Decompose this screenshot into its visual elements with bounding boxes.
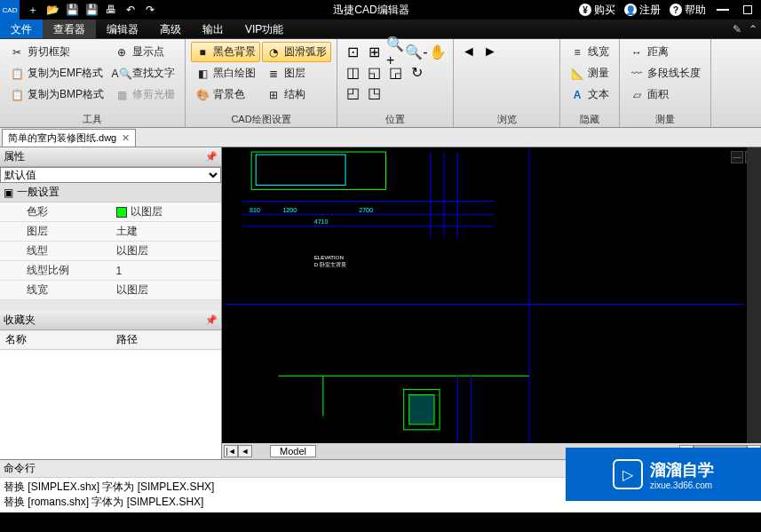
nav2-icon[interactable]: ◱ — [364, 62, 384, 82]
distance-icon: ↔ — [630, 45, 644, 60]
tab-editor[interactable]: 编辑器 — [96, 20, 149, 38]
emf-icon: 📋 — [10, 67, 24, 81]
show-point-button[interactable]: ⊕显示点 — [110, 42, 179, 62]
layers-button[interactable]: ≣图层 — [262, 63, 331, 83]
document-tab[interactable]: 简单的室内装修图纸.dwg ✕ — [2, 129, 136, 147]
favorites-list[interactable] — [0, 350, 221, 459]
ribbon-tabs: 文件 查看器 编辑器 高级 输出 VIP功能 ✎ ⌃ — [0, 20, 761, 39]
nav6-icon[interactable]: ◳ — [364, 83, 384, 102]
tab-viewer[interactable]: 查看器 — [43, 20, 96, 38]
nav5-icon[interactable]: ◰ — [343, 83, 362, 102]
measure-button[interactable]: 📐测量 — [566, 63, 614, 83]
user-icon: 👤 — [624, 4, 637, 16]
title-bar: CAD ＋ 📂 💾 💾 🖶 ↶ ↷ 迅捷CAD编辑器 ¥ 购买 👤 注册 ? 帮… — [0, 0, 761, 20]
zoom-extents-icon[interactable]: ⊞ — [364, 42, 384, 61]
window-title: 迅捷CAD编辑器 — [163, 3, 579, 18]
pin-icon[interactable]: 📌 — [205, 151, 218, 163]
clip-frame-button[interactable]: ✂剪切框架 — [5, 42, 108, 62]
col-path[interactable]: 路径 — [111, 330, 143, 349]
maximize-button[interactable] — [740, 2, 756, 18]
model-tab[interactable]: Model — [270, 445, 316, 457]
svg-text:810: 810 — [250, 207, 260, 213]
arc-icon: ◔ — [266, 45, 281, 60]
category-general[interactable]: ▣一般设置 — [0, 183, 221, 202]
prop-row-linewidth[interactable]: 线宽以图层 — [0, 281, 221, 300]
ribbon-group-tools: ✂剪切框架 📋复制为EMF格式 📋复制为BMP格式 ⊕显示点 A🔍查找文字 ▦修… — [0, 39, 186, 127]
prop-row-color[interactable]: 色彩以图层 — [0, 202, 221, 222]
tab-prev-icon[interactable]: ◄ — [238, 445, 252, 457]
find-text-button[interactable]: A🔍查找文字 — [110, 63, 179, 83]
buy-button[interactable]: ¥ 购买 — [579, 3, 615, 18]
question-icon: ? — [670, 4, 682, 16]
copy-bmp-button[interactable]: 📋复制为BMP格式 — [5, 84, 108, 105]
group-label: 浏览 — [459, 111, 554, 126]
grid-icon: ▦ — [115, 88, 129, 102]
distance-button[interactable]: ↔距离 — [625, 42, 705, 62]
zoom-out-icon[interactable]: 🔍- — [407, 42, 426, 61]
pan-icon[interactable]: ✋ — [428, 42, 448, 61]
cad-drawing[interactable]: 810 1200 2700 4710 ELEVATION D 卧室主背景 — [222, 147, 747, 443]
help-button[interactable]: ? 帮助 — [670, 3, 706, 18]
browse-next-icon[interactable]: ► — [480, 42, 500, 61]
watermark-badge: ▷ 溜溜自学 zixue.3d66.com — [566, 448, 761, 501]
save-icon[interactable]: 💾 — [64, 2, 80, 18]
prop-row-linescale[interactable]: 线型比例1 — [0, 261, 221, 281]
pin-icon[interactable]: 📌 — [205, 314, 218, 326]
tab-output[interactable]: 输出 — [192, 20, 234, 38]
col-name[interactable]: 名称 — [0, 330, 111, 349]
area-button[interactable]: ▱面积 — [625, 84, 705, 105]
pencil-icon[interactable]: ✎ — [729, 20, 745, 38]
structure-button[interactable]: ⊞结构 — [262, 84, 331, 105]
document-name: 简单的室内装修图纸.dwg — [8, 131, 116, 145]
collapse-ribbon-icon[interactable]: ⌃ — [745, 20, 761, 38]
nav3-icon[interactable]: ◲ — [385, 62, 405, 82]
register-button[interactable]: 👤 注册 — [624, 3, 661, 18]
tab-vip[interactable]: VIP功能 — [234, 20, 294, 38]
ribbon-group-cad: ■黑色背景 ◧黑白绘图 🎨背景色 ◔圆滑弧形 ≣图层 ⊞结构 CAD绘图设置 — [186, 39, 337, 127]
svg-rect-18 — [409, 395, 434, 425]
new-icon[interactable]: ＋ — [25, 2, 41, 18]
text-button[interactable]: A文本 — [566, 84, 614, 105]
print-icon[interactable]: 🖶 — [103, 2, 119, 18]
point-icon: ⊕ — [115, 45, 129, 60]
vertical-scrollbar[interactable] — [747, 147, 761, 443]
zoom-in-icon[interactable]: 🔍+ — [385, 42, 405, 61]
black-bg-button[interactable]: ■黑色背景 — [191, 42, 260, 62]
svg-text:1200: 1200 — [282, 207, 297, 213]
prop-row-layer[interactable]: 图层土建 — [0, 222, 221, 242]
app-logo-icon: CAD — [0, 0, 20, 20]
bg-color-button[interactable]: 🎨背景色 — [191, 84, 260, 105]
group-label: 工具 — [5, 111, 179, 126]
save-all-icon[interactable]: 💾 — [83, 2, 99, 18]
redo-icon[interactable]: ↷ — [142, 2, 158, 18]
text-icon: A — [570, 88, 584, 102]
drawing-canvas[interactable]: — □ 810 1200 2700 4 — [222, 147, 761, 459]
open-icon[interactable]: 📂 — [44, 2, 60, 18]
close-tab-icon[interactable]: ✕ — [122, 132, 130, 144]
play-icon: ▷ — [613, 459, 643, 489]
tab-file[interactable]: 文件 — [0, 20, 43, 38]
favorites-columns: 名称 路径 — [0, 330, 221, 350]
tab-first-icon[interactable]: |◄ — [224, 445, 238, 457]
ribbon-group-hide: ≡线宽 📐测量 A文本 隐藏 — [560, 39, 620, 127]
browse-prev-icon[interactable]: ◄ — [459, 42, 479, 61]
tab-advanced[interactable]: 高级 — [149, 20, 192, 38]
svg-rect-0 — [251, 152, 385, 189]
nav1-icon[interactable]: ◫ — [343, 62, 362, 82]
zoom-window-icon[interactable]: ⊡ — [343, 42, 362, 61]
color-swatch-icon — [116, 207, 127, 218]
minimize-button[interactable] — [715, 2, 731, 18]
scissors-icon: ✂ — [10, 45, 24, 60]
selection-combo[interactable]: 默认值 — [0, 167, 221, 183]
quick-access-toolbar: ＋ 📂 💾 💾 🖶 ↶ ↷ — [20, 2, 163, 18]
polyline-length-button[interactable]: 〰多段线长度 — [625, 63, 705, 83]
undo-icon[interactable]: ↶ — [123, 2, 139, 18]
fix-grid-button[interactable]: ▦修剪光栅 — [110, 84, 179, 105]
collapse-icon: ▣ — [4, 187, 13, 199]
copy-emf-button[interactable]: 📋复制为EMF格式 — [5, 63, 108, 83]
nav4-icon[interactable]: ↻ — [407, 62, 426, 82]
prop-row-linetype[interactable]: 线型以图层 — [0, 242, 221, 261]
bw-draw-button[interactable]: ◧黑白绘图 — [191, 63, 260, 83]
smooth-arc-button[interactable]: ◔圆滑弧形 — [262, 42, 331, 62]
linewidth-button[interactable]: ≡线宽 — [566, 42, 614, 62]
